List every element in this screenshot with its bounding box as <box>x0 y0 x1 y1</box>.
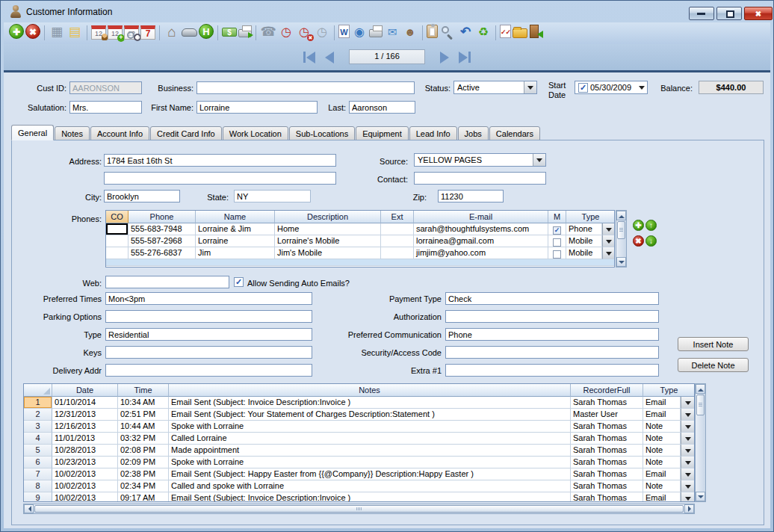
record-counter-field[interactable]: 1 / 166 <box>349 49 425 64</box>
phone-number-cell[interactable]: 555-683-7948 <box>129 223 196 235</box>
field-type[interactable] <box>105 328 312 341</box>
note-type-cell[interactable]: Note <box>643 445 681 457</box>
notes-scroll-up-button[interactable] <box>696 384 705 394</box>
first-record-button[interactable] <box>303 50 315 64</box>
note-type-dropdown-button[interactable] <box>681 468 695 480</box>
file-cabinet-icon[interactable]: ▤ <box>66 24 83 40</box>
note-type-dropdown-button[interactable] <box>681 457 695 468</box>
cust-id-field[interactable] <box>69 81 142 94</box>
note-row-number-cell[interactable]: 8 <box>24 480 52 492</box>
notes-scroll-left-button[interactable] <box>24 504 34 513</box>
phone-type-dropdown-button[interactable] <box>602 235 615 247</box>
note-date-cell[interactable]: 12/31/2013 <box>52 409 118 421</box>
exit-icon[interactable] <box>530 25 539 38</box>
note-text-cell[interactable]: Called Lorraine <box>169 433 571 445</box>
phone-type-cell[interactable]: Mobile <box>566 235 602 247</box>
status-dropdown-arrow-icon[interactable] <box>524 81 536 93</box>
note-recorder-cell[interactable]: Sarah Thomas <box>571 433 643 445</box>
phone-type-dropdown-button[interactable] <box>602 223 615 235</box>
note-recorder-cell[interactable]: Sarah Thomas <box>571 445 643 457</box>
tab-calendars[interactable]: Calendars <box>489 126 540 140</box>
source-dropdown-arrow-icon[interactable] <box>533 154 545 166</box>
tab-equipment[interactable]: Equipment <box>356 126 409 140</box>
phones-scroll-up-button[interactable] <box>616 211 626 220</box>
field-preferred-times[interactable] <box>105 292 312 305</box>
last-record-button[interactable] <box>459 50 471 64</box>
insert-note-button[interactable]: Insert Note <box>678 337 749 351</box>
notes-horizontal-scrollbar[interactable] <box>23 504 695 514</box>
tab-general[interactable]: General <box>11 125 54 140</box>
phone-type-cell[interactable]: Mobile <box>566 247 602 259</box>
note-row-number-cell[interactable]: 9 <box>24 492 52 502</box>
phones-header-name[interactable]: Name <box>196 211 275 223</box>
web-field[interactable] <box>105 276 229 288</box>
tab-notes[interactable]: Notes <box>55 126 90 140</box>
note-text-cell[interactable]: Called and spoke with Lorraine <box>169 480 571 492</box>
phone-name-cell[interactable]: Lorraine & Jim <box>196 223 275 235</box>
note-text-cell[interactable]: Spoke with Lorraine <box>169 421 571 433</box>
note-time-cell[interactable]: 02:08 PM <box>118 445 169 457</box>
note-time-cell[interactable]: 03:32 PM <box>118 433 169 445</box>
note-time-cell[interactable]: 09:17 AM <box>118 492 169 502</box>
phone-m-checkbox[interactable] <box>553 250 561 259</box>
phone-number-cell[interactable]: 555-276-6837 <box>129 247 196 259</box>
add-icon[interactable]: ✚ <box>9 24 24 39</box>
field-authorization[interactable] <box>445 310 659 323</box>
notes-header-notes[interactable]: Notes <box>169 384 571 397</box>
note-recorder-cell[interactable]: Sarah Thomas <box>571 492 643 502</box>
phone-ext-cell[interactable] <box>381 247 414 259</box>
calendar-week-icon[interactable]: 7 <box>140 25 155 40</box>
notes-scroll-right-button[interactable] <box>684 504 694 513</box>
note-type-dropdown-button[interactable] <box>681 433 695 445</box>
zip-field[interactable] <box>438 190 504 202</box>
tab-account-info[interactable]: Account Info <box>90 126 149 140</box>
field-payment-type[interactable] <box>445 292 659 305</box>
note-row-number-cell[interactable]: 6 <box>24 457 52 468</box>
start-date-checkbox[interactable] <box>578 83 588 93</box>
phone-system-icon[interactable]: ☎ <box>260 24 276 40</box>
phones-header-description[interactable]: Description <box>275 211 381 223</box>
globe-mail-icon[interactable]: ◉ <box>351 24 368 40</box>
note-type-cell[interactable]: Email <box>643 492 681 502</box>
note-type-dropdown-button[interactable] <box>681 480 695 492</box>
phone-number-cell[interactable]: 555-587-2968 <box>129 235 196 247</box>
next-record-button[interactable] <box>440 50 449 64</box>
search-icon[interactable] <box>439 24 456 40</box>
note-type-dropdown-button[interactable] <box>681 409 695 421</box>
word-document-icon[interactable]: W <box>338 25 350 38</box>
business-field[interactable] <box>196 81 415 94</box>
phone-description-cell[interactable]: Lorraine's Mobile <box>275 235 381 247</box>
phone-type-cell[interactable]: Phone <box>566 223 602 235</box>
note-type-cell[interactable]: Note <box>643 433 681 445</box>
start-date-dropdown-arrow-icon[interactable] <box>637 81 647 93</box>
allow-auto-emails-checkbox[interactable] <box>234 277 244 287</box>
clipboard-icon[interactable] <box>427 25 438 38</box>
phone-name-cell[interactable]: Lorraine <box>196 235 275 247</box>
printer-icon[interactable] <box>369 29 383 37</box>
phone-co-cell[interactable] <box>106 223 129 235</box>
note-time-cell[interactable]: 10:34 AM <box>118 397 169 409</box>
note-time-cell[interactable]: 02:38 PM <box>118 468 169 480</box>
field-security-access-code[interactable] <box>445 346 659 359</box>
source-dropdown[interactable]: YELLOW PAGES <box>414 153 546 167</box>
address-line1-field[interactable] <box>104 154 336 167</box>
phones-header-co[interactable]: CO <box>106 211 129 223</box>
phone-move-down-button[interactable]: ↓ <box>645 235 657 247</box>
phone-type-dropdown-button[interactable] <box>602 247 615 259</box>
note-text-cell[interactable]: Email Sent (Subject: Invoice Description… <box>169 492 571 502</box>
tab-lead-info[interactable]: Lead Info <box>409 126 457 140</box>
address-line2-field[interactable] <box>104 172 336 185</box>
city-field[interactable] <box>104 190 180 202</box>
minimize-button[interactable] <box>689 7 714 20</box>
notes-horizontal-scroll-thumb[interactable] <box>34 505 684 513</box>
note-type-dropdown-button[interactable] <box>681 397 695 409</box>
note-time-cell[interactable]: 02:34 PM <box>118 480 169 492</box>
phone-m-checkbox[interactable] <box>553 226 561 235</box>
phones-header-phone[interactable]: Phone <box>129 211 196 223</box>
phone-delete-button[interactable]: ✖ <box>633 235 644 247</box>
note-recorder-cell[interactable]: Sarah Thomas <box>571 397 643 409</box>
note-row-number-cell[interactable]: 4 <box>24 433 52 445</box>
note-recorder-cell[interactable]: Master User <box>571 409 643 421</box>
notes-header-type[interactable]: Type <box>643 384 695 397</box>
close-button[interactable] <box>744 7 773 20</box>
